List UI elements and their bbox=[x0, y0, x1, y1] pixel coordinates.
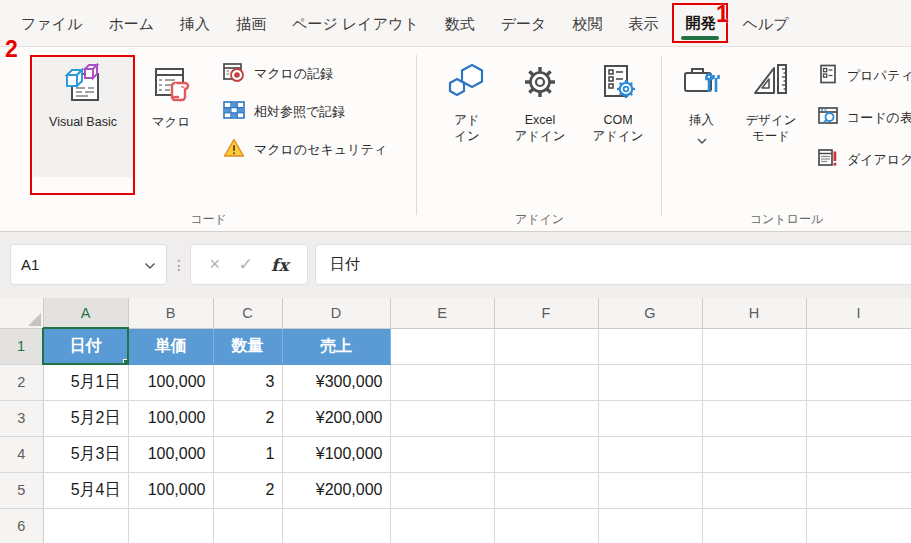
properties-button[interactable]: プロパティ bbox=[817, 61, 911, 91]
design-mode-button[interactable]: デザインモード bbox=[734, 55, 808, 180]
cell[interactable] bbox=[598, 400, 702, 436]
cell-A6[interactable] bbox=[43, 508, 128, 543]
cell[interactable] bbox=[806, 472, 911, 508]
row-header-5[interactable]: 5 bbox=[0, 472, 43, 508]
cell-C2[interactable]: 3 bbox=[213, 364, 282, 400]
cell[interactable] bbox=[702, 436, 806, 472]
cell[interactable] bbox=[494, 436, 598, 472]
fill-handle[interactable] bbox=[123, 359, 128, 364]
addins-button[interactable]: アドイン bbox=[439, 55, 495, 180]
cell[interactable] bbox=[598, 508, 702, 543]
cell[interactable] bbox=[494, 400, 598, 436]
cell-D5[interactable]: ¥200,000 bbox=[282, 472, 390, 508]
formula-input[interactable]: 日付 bbox=[315, 244, 911, 285]
cell-A1-selected[interactable]: 日付 bbox=[43, 328, 128, 364]
cell[interactable] bbox=[598, 364, 702, 400]
cell[interactable] bbox=[494, 364, 598, 400]
column-header-D[interactable]: D bbox=[282, 298, 390, 328]
cell-C3[interactable]: 2 bbox=[213, 400, 282, 436]
visual-basic-button[interactable]: Visual Basic bbox=[33, 57, 133, 177]
cell[interactable] bbox=[806, 328, 911, 364]
cell[interactable] bbox=[390, 328, 494, 364]
record-macro-button[interactable]: マクロの記録 bbox=[222, 59, 387, 89]
run-dialog-button[interactable]: ダイアログ bbox=[817, 145, 911, 175]
cell[interactable] bbox=[702, 400, 806, 436]
tab-page-layout[interactable]: ページ レイアウト bbox=[279, 1, 432, 46]
tab-home[interactable]: ホーム bbox=[95, 1, 167, 46]
row-header-4[interactable]: 4 bbox=[0, 436, 43, 472]
cell-A3[interactable]: 5月2日 bbox=[43, 400, 128, 436]
tab-review[interactable]: 校閲 bbox=[559, 1, 615, 46]
column-header-G[interactable]: G bbox=[598, 298, 702, 328]
tab-view[interactable]: 表示 bbox=[615, 1, 671, 46]
com-addins-button[interactable]: COMアドイン bbox=[581, 55, 655, 180]
cell[interactable] bbox=[213, 508, 282, 543]
cell-A2[interactable]: 5月1日 bbox=[43, 364, 128, 400]
column-header-H[interactable]: H bbox=[702, 298, 806, 328]
cell[interactable] bbox=[128, 508, 213, 543]
cell-A5[interactable]: 5月4日 bbox=[43, 472, 128, 508]
view-code-button[interactable]: コードの表示 bbox=[817, 103, 911, 133]
cell[interactable] bbox=[806, 508, 911, 543]
cell[interactable] bbox=[390, 472, 494, 508]
cell[interactable] bbox=[494, 328, 598, 364]
cell-C4[interactable]: 1 bbox=[213, 436, 282, 472]
row-header-1[interactable]: 1 bbox=[0, 328, 43, 364]
cell[interactable] bbox=[806, 400, 911, 436]
cell-B5[interactable]: 100,000 bbox=[128, 472, 213, 508]
cell-B3[interactable]: 100,000 bbox=[128, 400, 213, 436]
cell-A4[interactable]: 5月3日 bbox=[43, 436, 128, 472]
name-box-chevron-icon[interactable] bbox=[144, 256, 156, 273]
select-all-corner[interactable] bbox=[0, 298, 43, 328]
tab-file[interactable]: ファイル bbox=[8, 1, 95, 46]
macro-security-button[interactable]: マクロのセキュリティ bbox=[222, 135, 387, 165]
row-header-6[interactable]: 6 bbox=[0, 508, 43, 543]
row-header-2[interactable]: 2 bbox=[0, 364, 43, 400]
column-header-A[interactable]: A bbox=[43, 298, 128, 328]
column-header-E[interactable]: E bbox=[390, 298, 494, 328]
cell[interactable] bbox=[494, 508, 598, 543]
name-box[interactable]: A1 bbox=[10, 244, 167, 285]
cell-B4[interactable]: 100,000 bbox=[128, 436, 213, 472]
enter-icon[interactable]: ✓ bbox=[238, 254, 252, 275]
cancel-icon[interactable]: × bbox=[209, 254, 220, 275]
cell[interactable] bbox=[702, 328, 806, 364]
tab-data[interactable]: データ bbox=[488, 1, 560, 46]
tab-formulas[interactable]: 数式 bbox=[432, 1, 488, 46]
cell-D4[interactable]: ¥100,000 bbox=[282, 436, 390, 472]
column-header-C[interactable]: C bbox=[213, 298, 282, 328]
cell[interactable] bbox=[702, 472, 806, 508]
cell[interactable] bbox=[702, 508, 806, 543]
cell-B1[interactable]: 単価 bbox=[128, 328, 213, 364]
cell[interactable] bbox=[806, 436, 911, 472]
column-header-F[interactable]: F bbox=[494, 298, 598, 328]
cell[interactable] bbox=[494, 472, 598, 508]
cell-C5[interactable]: 2 bbox=[213, 472, 282, 508]
cell[interactable] bbox=[390, 400, 494, 436]
tab-help[interactable]: ヘルプ bbox=[729, 1, 801, 46]
cell[interactable] bbox=[702, 364, 806, 400]
formula-bar-grip-icon[interactable]: ⋮ bbox=[172, 244, 186, 285]
cell[interactable] bbox=[282, 508, 390, 543]
cell-D1[interactable]: 売上 bbox=[282, 328, 390, 364]
cell[interactable] bbox=[598, 328, 702, 364]
tab-draw[interactable]: 描画 bbox=[223, 1, 279, 46]
column-header-B[interactable]: B bbox=[128, 298, 213, 328]
use-relative-references-button[interactable]: 相対参照で記録 bbox=[222, 97, 387, 127]
cell-B2[interactable]: 100,000 bbox=[128, 364, 213, 400]
excel-addins-button[interactable]: Excelアドイン bbox=[503, 55, 577, 180]
insert-controls-button[interactable]: 挿入 bbox=[674, 55, 729, 185]
macros-button[interactable]: マクロ bbox=[141, 57, 201, 167]
cell[interactable] bbox=[806, 364, 911, 400]
cell[interactable] bbox=[598, 436, 702, 472]
cell-D3[interactable]: ¥200,000 bbox=[282, 400, 390, 436]
cell[interactable] bbox=[390, 436, 494, 472]
insert-function-icon[interactable]: fx bbox=[271, 255, 288, 275]
cell-D2[interactable]: ¥300,000 bbox=[282, 364, 390, 400]
cell-C1[interactable]: 数量 bbox=[213, 328, 282, 364]
tab-insert[interactable]: 挿入 bbox=[167, 1, 223, 46]
row-header-3[interactable]: 3 bbox=[0, 400, 43, 436]
column-header-I[interactable]: I bbox=[806, 298, 911, 328]
cell[interactable] bbox=[390, 364, 494, 400]
cell[interactable] bbox=[390, 508, 494, 543]
